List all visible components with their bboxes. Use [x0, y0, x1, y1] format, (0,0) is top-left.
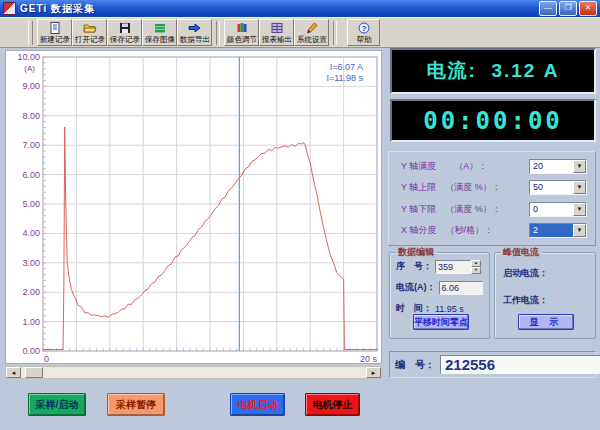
- svg-text:8.00: 8.00: [22, 111, 40, 121]
- svg-text:10.00: 10.00: [17, 52, 40, 62]
- data-edit-caption: 数据编辑: [395, 247, 437, 258]
- toolbar-button-system-settings[interactable]: 系统设置: [294, 19, 329, 46]
- toolbar-label: 系统设置: [296, 35, 326, 44]
- chevron-down-icon[interactable]: ▼: [573, 160, 586, 173]
- toolbar-button-data-export[interactable]: 数据导出: [177, 19, 212, 46]
- maximize-button[interactable]: ❐: [559, 1, 577, 16]
- axis-settings-panel: Y 轴满度 （A）： 20 ▼ Y 轴上限 （满度 %）： 50 ▼ Y 轴下限…: [388, 151, 596, 246]
- combo-value: 20: [530, 160, 573, 173]
- save-record-icon: [119, 22, 131, 35]
- working-current-label: 工作电流：: [503, 294, 595, 307]
- svg-text:1.00: 1.00: [22, 317, 40, 327]
- toolbar-label: 保存记录: [109, 35, 139, 44]
- color-adjust-icon: [236, 22, 248, 35]
- toolbar-button-open-record[interactable]: 打开记录: [72, 19, 107, 46]
- report-output-icon: [271, 22, 283, 35]
- index-label: 序 号：: [396, 260, 432, 273]
- combo-value: 2: [530, 224, 573, 237]
- chevron-down-icon[interactable]: ▼: [573, 181, 586, 194]
- index-spinner[interactable]: ▲ ▼: [471, 260, 481, 274]
- y-lower-limit-label: Y 轴下限 （满度 %）：: [401, 203, 501, 216]
- toolbar-label: 打开记录: [74, 35, 104, 44]
- serial-number-label: 编 号：: [395, 358, 435, 372]
- data-edit-group: 数据编辑 序 号： ▲ ▼ 电流(A)： 时 间： 11.95 s 平移时间零点: [389, 252, 490, 339]
- time-value: 11.95 s: [435, 304, 464, 314]
- close-button[interactable]: ✕: [579, 1, 597, 16]
- y-fullscale-row: Y 轴满度 （A）： 20 ▼: [401, 159, 587, 175]
- combo-value: 0: [530, 203, 573, 216]
- sample-pause-button[interactable]: 采样暂停: [107, 393, 165, 416]
- toolbar-separator: [216, 21, 220, 45]
- svg-text:20 s: 20 s: [360, 354, 378, 363]
- motor-start-button[interactable]: 电机启动: [230, 393, 285, 416]
- chevron-down-icon[interactable]: ▼: [573, 203, 586, 216]
- scroll-left-arrow[interactable]: ◄: [6, 367, 21, 378]
- toolbar-button-help[interactable]: ? 帮助: [347, 19, 380, 46]
- toolbar-button-save-record[interactable]: 保存记录: [107, 19, 142, 46]
- toolbar-label: 数据导出: [179, 35, 209, 44]
- x-division-label: X 轴分度 （秒/格）：: [401, 224, 493, 237]
- sample-start-button[interactable]: 采样/启动: [28, 393, 86, 416]
- svg-text:2.00: 2.00: [22, 287, 40, 297]
- serial-number-panel: 编 号：: [389, 351, 596, 378]
- svg-text:4.00: 4.00: [22, 228, 40, 238]
- svg-text:(A): (A): [24, 64, 35, 73]
- combo-value: 50: [530, 181, 573, 194]
- title-bar: GETi 数据采集 — ❐ ✕: [0, 0, 600, 17]
- help-icon: ?: [358, 22, 370, 35]
- x-division-row: X 轴分度 （秒/格）： 2 ▼: [401, 222, 587, 238]
- chevron-down-icon[interactable]: ▼: [573, 224, 586, 237]
- peak-current-caption: 峰值电流: [500, 247, 542, 258]
- y-fullscale-label: Y 轴满度 （A）：: [401, 160, 487, 173]
- index-row: 序 号： ▲ ▼: [396, 259, 485, 274]
- scroll-thumb[interactable]: [25, 367, 43, 378]
- show-peak-button[interactable]: 显 示: [518, 314, 574, 330]
- open-record-icon: [83, 22, 97, 35]
- minimize-button[interactable]: —: [539, 1, 557, 16]
- y-upper-limit-row: Y 轴上限 （满度 %）： 50 ▼: [401, 180, 587, 196]
- spin-down-icon[interactable]: ▼: [471, 267, 481, 274]
- timer-display: 00:00:00: [390, 99, 596, 142]
- y-upper-limit-select[interactable]: 50 ▼: [529, 180, 587, 195]
- toolbar-button-save-image[interactable]: 保存图像: [142, 19, 177, 46]
- toolbar-label: 颜色调节: [226, 35, 256, 44]
- current-input[interactable]: [439, 281, 483, 295]
- scroll-track[interactable]: [21, 367, 366, 378]
- scroll-right-arrow[interactable]: ►: [366, 367, 381, 378]
- toolbar-button-color-adjust[interactable]: 颜色调节: [224, 19, 259, 46]
- motor-stop-button[interactable]: 电机停止: [305, 393, 360, 416]
- toolbar-button-report-output[interactable]: 报表输出: [259, 19, 294, 46]
- toolbar: 新建记录 打开记录 保存记录 保存图像 数据导出 颜色调节: [0, 17, 600, 48]
- svg-text:7.00: 7.00: [22, 140, 40, 150]
- serial-number-input[interactable]: [440, 355, 600, 374]
- timer-display-value: 00:00:00: [423, 107, 563, 135]
- current-vs-time-chart[interactable]: 10.009.008.007.006.005.004.003.002.001.0…: [6, 51, 381, 363]
- peak-current-group: 峰值电流 启动电流： 工作电流： 显 示: [494, 252, 596, 339]
- svg-text:5.00: 5.00: [22, 199, 40, 209]
- svg-text:I=11.98 s: I=11.98 s: [326, 73, 363, 83]
- svg-text:I=6.07 A: I=6.07 A: [330, 62, 363, 72]
- x-division-select[interactable]: 2 ▼: [529, 223, 587, 238]
- svg-text:0: 0: [44, 354, 49, 363]
- current-display-label: 电流:: [427, 60, 477, 81]
- svg-text:3.00: 3.00: [22, 258, 40, 268]
- y-upper-limit-label: Y 轴上限 （满度 %）：: [401, 181, 501, 194]
- toolbar-label: 保存图像: [144, 35, 174, 44]
- toolbar-label: 报表输出: [261, 35, 291, 44]
- y-fullscale-select[interactable]: 20 ▼: [529, 159, 587, 174]
- save-image-icon: [154, 22, 166, 35]
- current-label: 电流(A)：: [396, 281, 436, 294]
- toolbar-separator: [333, 21, 337, 45]
- y-lower-limit-select[interactable]: 0 ▼: [529, 202, 587, 217]
- system-settings-icon: [306, 22, 318, 35]
- y-lower-limit-row: Y 轴下限 （满度 %）： 0 ▼: [401, 201, 587, 217]
- spin-up-icon[interactable]: ▲: [471, 260, 481, 267]
- chart-horizontal-scrollbar[interactable]: ◄ ►: [5, 366, 382, 379]
- window-title: GETi 数据采集: [20, 2, 537, 16]
- index-input[interactable]: [435, 260, 471, 274]
- toolbar-button-new-record[interactable]: 新建记录: [37, 19, 72, 46]
- chart-panel: 10.009.008.007.006.005.004.003.002.001.0…: [5, 50, 382, 364]
- svg-text:6.00: 6.00: [22, 170, 40, 180]
- new-record-icon: [49, 22, 61, 35]
- shift-time-zero-button[interactable]: 平移时间零点: [413, 314, 469, 330]
